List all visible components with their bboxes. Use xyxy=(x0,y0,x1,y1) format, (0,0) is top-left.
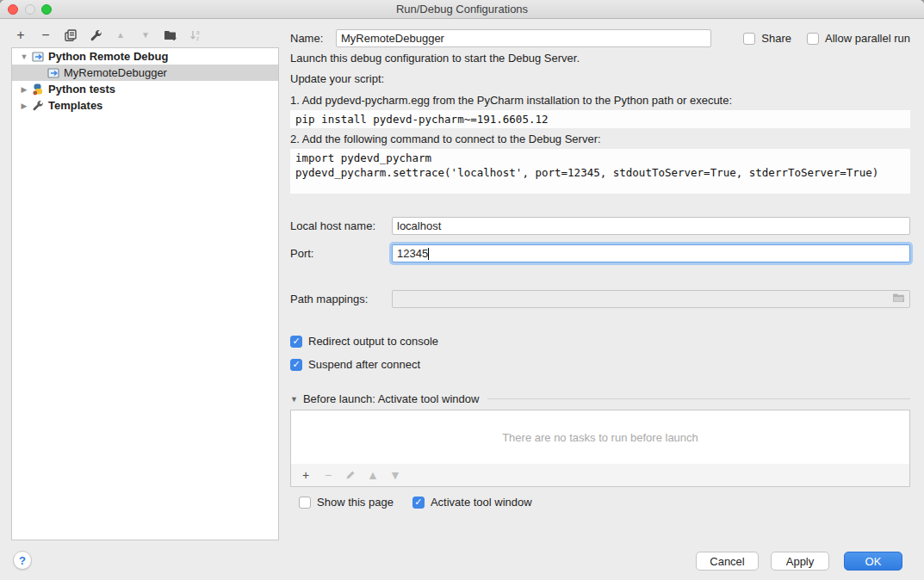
port-label: Port: xyxy=(290,247,392,260)
remote-debug-icon xyxy=(31,51,45,63)
python-icon xyxy=(31,83,45,96)
page-options-row: Show this page ✓ Activate tool window xyxy=(290,496,910,509)
settrace-code-block: import pydevd_pycharm pydevd_pycharm.set… xyxy=(290,149,910,194)
ok-button[interactable]: OK xyxy=(844,552,902,571)
apply-button[interactable]: Apply xyxy=(771,552,829,571)
browse-folder-icon[interactable] xyxy=(892,293,905,305)
section-divider xyxy=(487,398,910,399)
edit-templates-icon[interactable] xyxy=(89,28,102,42)
settrace-code-line-1: import pydevd_pycharm xyxy=(295,151,905,165)
show-this-page-label: Show this page xyxy=(317,496,394,509)
allow-parallel-run-label: Allow parallel run xyxy=(825,32,910,45)
share-label: Share xyxy=(761,32,791,45)
help-button[interactable]: ? xyxy=(13,551,32,570)
port-row: Port: 12345 xyxy=(290,244,910,262)
name-label: Name: xyxy=(290,32,336,45)
remove-task-icon[interactable]: − xyxy=(322,469,334,481)
move-task-up-icon[interactable]: ▲ xyxy=(367,469,379,481)
suspend-after-connect-checkbox-row[interactable]: ✓ Suspend after connect xyxy=(290,358,910,371)
local-host-input[interactable] xyxy=(392,217,910,235)
move-task-down-icon[interactable]: ▼ xyxy=(389,469,401,481)
redirect-output-checkbox[interactable]: ✓ xyxy=(290,336,302,348)
path-mappings-row: Path mappings: xyxy=(290,290,910,308)
configurations-toolbar: + − ▲ ▼ az xyxy=(14,27,202,44)
local-host-row: Local host name: xyxy=(290,217,910,235)
task-list-toolbar: + − ▲ ▼ xyxy=(290,464,910,487)
run-debug-configurations-dialog: Run/Debug Configurations + − ▲ ▼ az ▼ Py… xyxy=(0,0,924,580)
suspend-after-connect-label: Suspend after connect xyxy=(308,358,420,371)
svg-text:a: a xyxy=(196,29,200,35)
redirect-output-label: Redirect output to console xyxy=(308,335,438,348)
name-input[interactable] xyxy=(336,29,711,47)
tree-item-label: Templates xyxy=(48,99,102,112)
before-launch-title: Before launch: Activate tool window xyxy=(303,392,480,405)
tree-item-label: Python Remote Debug xyxy=(48,50,168,63)
text-caret xyxy=(428,248,429,260)
tree-item-label: Python tests xyxy=(48,83,115,96)
move-up-icon[interactable]: ▲ xyxy=(114,28,127,42)
titlebar: Run/Debug Configurations xyxy=(0,0,924,19)
local-host-label: Local host name: xyxy=(290,219,392,232)
name-row: Name: Share Allow parallel run xyxy=(290,29,910,47)
add-task-icon[interactable]: + xyxy=(300,469,312,481)
settrace-code-line-2: pydevd_pycharm.settrace('localhost', por… xyxy=(295,165,905,180)
empty-task-list-text: There are no tasks to run before launch xyxy=(502,431,698,444)
new-folder-icon[interactable] xyxy=(164,28,177,42)
window-title: Run/Debug Configurations xyxy=(0,3,924,15)
path-mappings-input[interactable] xyxy=(392,290,910,308)
activate-tool-window-checkbox-row[interactable]: ✓ Activate tool window xyxy=(412,496,532,509)
remote-debug-icon xyxy=(47,67,60,79)
tree-item-python-remote-debug[interactable]: ▼ Python Remote Debug xyxy=(12,48,278,65)
move-down-icon[interactable]: ▼ xyxy=(139,28,152,42)
show-this-page-checkbox[interactable] xyxy=(299,497,311,509)
intro-line-2: Update your script: xyxy=(290,72,910,85)
before-launch-section-header[interactable]: ▼ Before launch: Activate tool window xyxy=(290,392,910,405)
pip-install-code: pip install pydevd-pycharm~=191.6605.12 xyxy=(290,110,910,128)
show-this-page-checkbox-row[interactable]: Show this page xyxy=(299,496,394,509)
add-configuration-icon[interactable]: + xyxy=(14,28,28,42)
collapsed-twisty-icon[interactable]: ▶ xyxy=(19,85,29,94)
share-checkbox-row[interactable]: Share xyxy=(743,32,791,45)
svg-text:z: z xyxy=(196,35,199,41)
activate-tool-window-checkbox[interactable]: ✓ xyxy=(412,497,425,509)
collapsed-twisty-icon[interactable]: ▶ xyxy=(19,102,29,110)
section-collapse-icon[interactable]: ▼ xyxy=(290,395,298,404)
wrench-icon xyxy=(31,100,45,112)
activate-tool-window-label: Activate tool window xyxy=(431,496,532,509)
step-2-text: 2. Add the following command to connect … xyxy=(290,133,910,145)
sort-alphabetically-icon[interactable]: az xyxy=(189,28,202,42)
copy-configuration-icon[interactable] xyxy=(64,28,78,42)
allow-parallel-run-checkbox[interactable] xyxy=(807,33,819,45)
tree-item-templates[interactable]: ▶ Templates xyxy=(12,97,278,114)
redirect-output-checkbox-row[interactable]: ✓ Redirect output to console xyxy=(290,335,910,348)
expanded-twisty-icon[interactable]: ▼ xyxy=(19,52,29,61)
port-value: 12345 xyxy=(397,247,428,260)
edit-task-icon[interactable] xyxy=(344,469,357,481)
configurations-tree: ▼ Python Remote Debug MyRemoteDebugger ▶… xyxy=(11,47,279,540)
tree-item-myremotedebugger[interactable]: MyRemoteDebugger xyxy=(12,65,278,81)
intro-line-1: Launch this debug configuration to start… xyxy=(290,52,910,65)
before-launch-task-list[interactable]: There are no tasks to run before launch xyxy=(290,410,910,465)
step-1-text: 1. Add pydevd-pycharm.egg from the PyCha… xyxy=(290,94,910,107)
path-mappings-label: Path mappings: xyxy=(290,293,392,305)
tree-item-python-tests[interactable]: ▶ Python tests xyxy=(12,81,278,97)
port-input[interactable]: 12345 xyxy=(392,244,910,262)
allow-parallel-run-checkbox-row[interactable]: Allow parallel run xyxy=(807,32,910,45)
cancel-button[interactable]: Cancel xyxy=(696,552,759,571)
share-checkbox[interactable] xyxy=(743,33,755,45)
tree-item-label: MyRemoteDebugger xyxy=(64,66,167,79)
remove-configuration-icon[interactable]: − xyxy=(39,28,53,42)
configuration-form: Name: Share Allow parallel run Launch th… xyxy=(290,24,910,540)
suspend-after-connect-checkbox[interactable]: ✓ xyxy=(290,359,302,371)
